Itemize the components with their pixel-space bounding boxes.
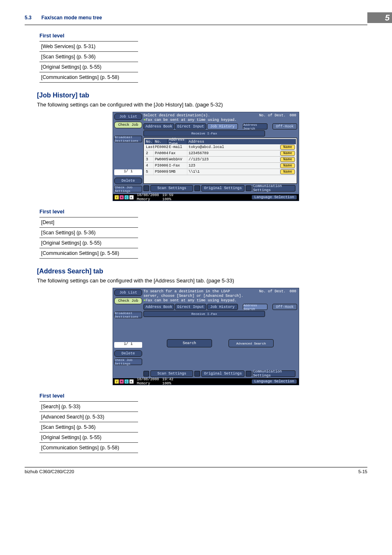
search-button[interactable]: Search [167,339,212,347]
receive-ifax-button[interactable]: Receive I-Fax [143,130,265,136]
table-row: [Search] (p. 5-33) [39,401,138,412]
toner-c-icon: C [125,195,129,199]
scan-settings-button[interactable]: Scan Settings [150,370,193,377]
check-job-settings-button[interactable]: Check Job Settings [114,358,142,365]
direct-input-tab[interactable]: Direct Input [175,304,206,310]
dest-count: No. of Dest. 000 [259,289,296,294]
section-number: 5.3 [25,15,32,21]
status-date: 10/08/2008Memory [137,193,159,201]
broadcast-dest-label: Broadcast Destinations [114,312,142,318]
advanced-search-button[interactable]: Advanced Search [228,339,274,347]
toner-k-icon: K [129,379,134,384]
header-rule [25,25,367,25]
language-selection-button[interactable]: Language Selection [251,195,297,200]
pager: 1/ 1 [114,169,142,175]
col-no: No. [145,139,154,144]
first-level-table-b: [Dest] [Scan Settings] (p. 5-36) [Origin… [39,217,138,259]
table-c-heading: First level [39,393,367,399]
original-settings-button[interactable]: Original Settings [201,370,244,377]
off-hook-button[interactable]: Off-Hook [272,123,297,130]
status-date: 10/08/2008Memory [137,377,159,386]
address-search-screenshot: No. of Dest. 000 Job List Check Job Broa… [113,288,299,385]
table-row: [Dest] [39,217,138,228]
job-list-button[interactable]: Job List [114,289,142,296]
table-row: [Web Services] (p. 5-31) [39,41,138,52]
comm-settings-icon [246,185,251,191]
check-job-button[interactable]: Check Job [114,298,142,304]
status-bar: Y M C K 10/08/2008Memory 19:42100% Langu… [113,378,299,385]
table-row: [Communication Settings] (p. 5-58) [39,72,138,83]
table-row: [Original Settings] (p. 5-55) [39,432,138,443]
table-a-heading: First level [39,32,367,39]
language-selection-button[interactable]: Language Selection [251,379,297,384]
table-row[interactable]: 2 PA0004 Fax 123456789 Name [145,150,296,157]
col-no2: No. [154,139,168,144]
table-row: [Advanced Search] (p. 5-33) [39,412,138,422]
table-row: [Scan Settings] (p. 5-36) [39,422,138,432]
table-row: [Scan Settings] (p. 5-36) [39,52,138,62]
address-book-tab[interactable]: Address Book [143,304,174,310]
toner-k-icon: K [129,195,134,199]
status-bar: Y M C K 10/08/2008Memory 19:59100% Langu… [113,194,299,201]
job-history-tab[interactable]: Job History [207,123,238,130]
original-settings-icon [194,185,200,191]
toner-y-icon: Y [115,195,119,199]
off-hook-button[interactable]: Off-Hook [272,304,297,310]
check-job-button[interactable]: Check Job [114,122,142,128]
table-row[interactable]: Last PE0002 E-mail tokyo@abcd.local Name [145,144,296,150]
page-number: 5-15 [358,469,367,474]
job-history-table: No. No. Address Type Address Last PE0002… [143,138,297,184]
section-title: Fax/scan mode menu tree [42,15,367,21]
original-settings-button[interactable]: Original Settings [201,185,244,192]
name-button[interactable]: Name [280,169,295,174]
table-b-heading: First level [39,208,367,215]
toner-m-icon: M [120,379,124,384]
model-name: bizhub C360/C280/C220 [25,469,74,474]
col-address: Address [187,139,296,144]
name-button[interactable]: Name [280,145,295,150]
direct-input-tab[interactable]: Direct Input [175,123,206,130]
name-button[interactable]: Name [280,163,295,168]
table-row: [Communication Settings] (p. 5-58) [39,248,138,259]
table-row: [Scan Settings] (p. 5-36) [39,228,138,238]
first-level-table-a: [Web Services] (p. 5-31) [Scan Settings]… [39,41,138,83]
name-button[interactable]: Name [280,157,295,162]
delete-button[interactable]: Delete [114,350,142,357]
address-search-tab[interactable]: Address Search [243,123,267,130]
toner-y-icon: Y [115,379,119,384]
pager: 1/ 1 [114,342,142,348]
address-book-tab[interactable]: Address Book [143,123,174,130]
job-history-intro: The following settings can be configured… [37,102,367,108]
job-history-screenshot: No. of Dest. 000 Job List Check Job Broa… [113,112,299,201]
job-history-tab[interactable]: Job History [207,304,238,310]
comm-settings-icon [246,371,251,377]
address-search-intro: The following settings can be configured… [37,278,367,284]
scan-settings-button[interactable]: Scan Settings [150,185,193,192]
chapter-tab: 5 [367,12,392,23]
comm-settings-button[interactable]: Communication Settings [253,370,295,377]
delete-button[interactable]: Delete [114,178,142,184]
address-search-heading: [Address Search] tab [37,268,367,275]
address-search-tab[interactable]: Address Search [243,304,267,310]
instruction-text: ●Fax can be sent at any time using keypa… [143,118,297,122]
name-button[interactable]: Name [280,151,295,156]
toner-m-icon: M [120,195,124,199]
receive-ifax-button[interactable]: Receive I-Fax [143,311,265,317]
col-address-type: Address Type [168,139,187,144]
table-row[interactable]: 3 PW0005 WebDAV //123/123 Name [145,157,296,163]
job-list-button[interactable]: Job List [114,113,142,120]
instruction-text: server, choose [Search] or [Advanced Sea… [143,294,297,298]
table-row: [Communication Settings] (p. 5-58) [39,443,138,453]
comm-settings-button[interactable]: Communication Settings [253,185,295,192]
running-header: 5.3 Fax/scan mode menu tree 5 [25,0,367,23]
table-row[interactable]: 4 PI0006 I-Fax 123 Name [145,163,296,169]
table-row: [Original Settings] (p. 5-55) [39,238,138,248]
toner-c-icon: C [125,379,129,384]
original-settings-icon [194,371,200,377]
check-job-settings-button[interactable]: Check Job Settings [114,186,142,192]
status-time: 19:42100% [162,377,173,386]
dest-count: No. of Dest. 000 [259,113,296,118]
table-row[interactable]: 5 PS0009 SMB \\1\1 Name [145,169,296,175]
table-row: [Original Settings] (p. 5-55) [39,62,138,72]
scan-settings-icon [143,371,149,377]
